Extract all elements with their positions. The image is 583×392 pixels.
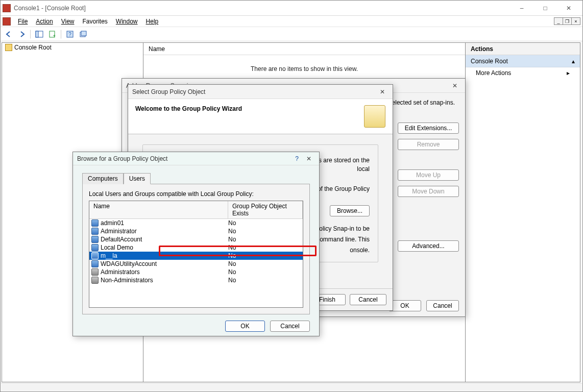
actions-pane: Actions Console Root ▴ More Actions ▸: [466, 42, 580, 382]
maximize-button[interactable]: □: [533, 1, 557, 16]
svg-text:?: ?: [68, 32, 71, 37]
snapins-ok-button[interactable]: OK: [388, 300, 421, 311]
titlebar: Console1 - [Console Root] – □ ✕: [1, 1, 582, 16]
row-name: admin01: [101, 219, 124, 227]
help-button[interactable]: ?: [64, 29, 76, 40]
show-hide-tree-button[interactable]: [33, 29, 45, 40]
wizard-banner-icon: [364, 105, 385, 128]
list-row[interactable]: admin01No: [89, 219, 303, 227]
collapse-icon: ▴: [572, 58, 575, 65]
toolbar-separator: [30, 30, 31, 39]
user-icon: [91, 236, 99, 243]
window-title: Console1 - [Console Root]: [14, 5, 86, 12]
svg-rect-1: [36, 31, 38, 37]
gpo-wizard-title: Select Group Policy Object ✕: [128, 85, 393, 99]
close-icon[interactable]: ✕: [449, 82, 461, 89]
toolbar: ?: [1, 27, 582, 41]
column-name: Name: [149, 45, 165, 53]
toolbar-separator: [61, 30, 62, 39]
folder-icon: [5, 44, 12, 51]
close-icon[interactable]: ✕: [376, 88, 388, 95]
tab-users[interactable]: Users: [124, 173, 151, 184]
forward-button[interactable]: [16, 29, 28, 40]
mdi-app-icon[interactable]: [3, 17, 11, 26]
tab-computers[interactable]: Computers: [82, 173, 124, 184]
actions-more-link[interactable]: More Actions ▸: [466, 67, 580, 79]
user-icon: [91, 219, 99, 227]
user-icon: [91, 252, 99, 259]
tree-root-item[interactable]: Console Root: [2, 43, 143, 52]
menu-window[interactable]: Window: [112, 17, 142, 26]
svg-rect-2: [50, 31, 55, 37]
row-gpo-exists: No: [228, 268, 303, 276]
row-name: Local Demo: [101, 244, 133, 251]
empty-list-message: There are no items to show in this view.: [251, 65, 358, 72]
mdi-close-button[interactable]: ×: [571, 17, 580, 25]
row-gpo-exists: No: [228, 236, 303, 243]
wizard-browse-button[interactable]: Browse...: [330, 205, 370, 216]
actions-header: Actions: [466, 43, 580, 55]
back-button[interactable]: [3, 29, 15, 40]
row-name: Administrator: [101, 228, 137, 235]
row-name: WDAGUtilityAccount: [101, 260, 157, 267]
row-name: DefaultAccount: [101, 236, 142, 243]
wizard-cancel-button[interactable]: Cancel: [350, 294, 386, 305]
col-gpo[interactable]: Group Policy Object Exists: [228, 201, 303, 218]
mdi-minimize-button[interactable]: _: [554, 17, 563, 25]
row-gpo-exists: No: [228, 219, 303, 227]
row-gpo-exists: No: [228, 252, 303, 259]
browse-dialog-title: Browse for a Group Policy Object ? ✕: [73, 152, 319, 165]
row-gpo-exists: No: [228, 260, 303, 267]
export-list-button[interactable]: [46, 29, 59, 40]
wizard-heading: Welcome to the Group Policy Wizard: [135, 105, 242, 112]
browse-label: Local Users and Groups compatible with L…: [89, 190, 303, 198]
browse-cancel-button[interactable]: Cancel: [270, 321, 310, 332]
mdi-restore-button[interactable]: ❐: [563, 17, 572, 25]
list-row[interactable]: m__laNo: [89, 252, 303, 260]
list-row[interactable]: DefaultAccountNo: [89, 235, 303, 243]
menu-view[interactable]: View: [57, 17, 79, 26]
close-icon[interactable]: ✕: [303, 155, 315, 162]
close-button[interactable]: ✕: [557, 1, 580, 16]
row-gpo-exists: No: [228, 244, 303, 251]
user-icon: [91, 228, 99, 235]
group-icon: [91, 277, 99, 284]
menu-help[interactable]: Help: [142, 17, 163, 26]
users-list[interactable]: Name Group Policy Object Exists admin01N…: [89, 201, 303, 308]
col-name[interactable]: Name: [89, 201, 228, 218]
advanced-button[interactable]: Advanced...: [398, 240, 459, 252]
user-icon: [91, 244, 99, 251]
row-name: Non-Administrators: [101, 277, 153, 284]
new-window-button[interactable]: [77, 29, 89, 40]
list-row[interactable]: AdministratorsNo: [89, 268, 303, 276]
menu-favorites[interactable]: Favorites: [79, 17, 112, 26]
group-icon: [91, 268, 99, 276]
remove-button[interactable]: Remove: [398, 139, 459, 150]
result-list-header[interactable]: Name: [143, 43, 465, 55]
list-row[interactable]: AdministratorNo: [89, 227, 303, 235]
svg-rect-6: [81, 31, 86, 36]
move-down-button[interactable]: Move Down: [398, 186, 459, 197]
menubar: File Action View Favorites Window Help _…: [1, 16, 582, 27]
browse-gpo-dialog: Browse for a Group Policy Object ? ✕ Com…: [72, 152, 320, 336]
user-icon: [91, 260, 99, 267]
row-name: m__la: [101, 252, 117, 259]
row-name: Administrators: [101, 268, 140, 276]
list-row[interactable]: WDAGUtilityAccountNo: [89, 260, 303, 268]
tree-root-label: Console Root: [14, 44, 52, 51]
browse-ok-button[interactable]: OK: [225, 321, 265, 332]
menu-file[interactable]: File: [14, 17, 32, 26]
minimize-button[interactable]: –: [510, 1, 533, 16]
menu-action[interactable]: Action: [32, 17, 57, 26]
move-up-button[interactable]: Move Up: [398, 169, 459, 181]
list-row[interactable]: Non-AdministratorsNo: [89, 276, 303, 284]
status-bar: [1, 383, 582, 391]
list-row[interactable]: Local DemoNo: [89, 243, 303, 252]
row-gpo-exists: No: [228, 277, 303, 284]
snapins-cancel-button[interactable]: Cancel: [426, 300, 459, 311]
chevron-right-icon: ▸: [567, 69, 570, 77]
help-icon[interactable]: ?: [291, 155, 303, 162]
edit-extensions-button[interactable]: Edit Extensions...: [398, 122, 459, 134]
actions-section-title[interactable]: Console Root ▴: [466, 55, 580, 67]
row-gpo-exists: No: [228, 228, 303, 235]
